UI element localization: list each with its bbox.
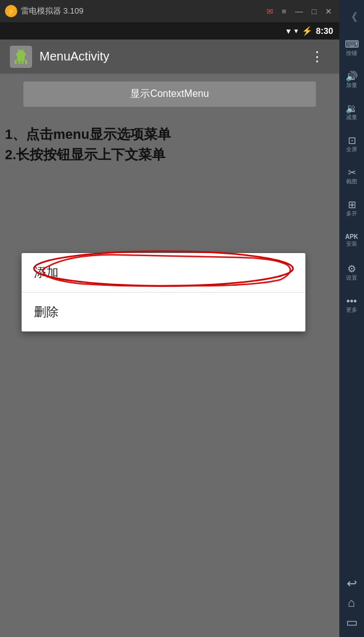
- more-label: 更多: [346, 307, 357, 313]
- instructions: 1、点击menu显示选项菜单 2.长按按钮显示上下文菜单: [0, 114, 339, 175]
- sidebar-keyboard[interactable]: ⌨ 按键: [341, 32, 363, 63]
- sidebar-volume-down[interactable]: 🔉 减量: [341, 96, 363, 127]
- instruction-1: 1、点击menu显示选项菜单: [5, 124, 334, 144]
- apk-label: 安装: [346, 241, 357, 247]
- volume-down-icon: 🔉: [345, 104, 358, 114]
- screenshot-icon: ✂: [348, 168, 356, 178]
- minimize-icon[interactable]: —: [292, 6, 305, 17]
- status-bar: ▾ ▾ ⚡ 8:30: [0, 22, 339, 40]
- fullscreen-icon: ⊡: [348, 136, 356, 146]
- overflow-menu-icon[interactable]: ⋮: [305, 46, 329, 67]
- settings-label: 设置: [346, 275, 357, 281]
- app-name: 雷电模拟器 3.109: [21, 6, 264, 17]
- sidebar-apk-install[interactable]: APK 安装: [341, 225, 363, 256]
- show-context-menu-button[interactable]: 显示ContextMenu: [23, 81, 315, 107]
- volume-up-icon: 🔊: [345, 72, 358, 81]
- signal-icon: ▾: [294, 27, 298, 35]
- screenshot-label: 截图: [346, 179, 357, 185]
- app-bar: MenuActivity ⋮: [0, 40, 339, 74]
- apk-icon: APK: [345, 234, 358, 240]
- sidebar-settings[interactable]: ⚙ 设置: [341, 257, 363, 288]
- sidebar-multiwindow[interactable]: ⊞ 多开: [341, 193, 363, 223]
- app-logo: ⚡: [5, 5, 17, 17]
- context-menu-item-add[interactable]: 添加: [22, 253, 305, 293]
- volume-up-label: 加量: [346, 83, 357, 88]
- email-icon[interactable]: ✉: [264, 6, 276, 17]
- multiwindow-label: 多开: [346, 211, 357, 217]
- instruction-2: 2.长按按钮显示上下文菜单: [5, 144, 334, 165]
- battery-icon: ⚡: [302, 26, 312, 36]
- title-bar-icons: ✉ ≡ — □ ✕: [264, 6, 334, 17]
- restore-icon[interactable]: □: [309, 6, 319, 17]
- keyboard-icon: ⌨: [345, 40, 359, 49]
- content-area: 显示ContextMenu 1、点击menu显示选项菜单 2.长按按钮显示上下文…: [0, 74, 339, 637]
- recents-icon[interactable]: ▭: [346, 615, 358, 630]
- sidebar-expand-icon[interactable]: 《: [346, 5, 357, 30]
- menu-icon[interactable]: ≡: [279, 6, 289, 17]
- keyboard-label: 按键: [346, 51, 357, 56]
- multiwindow-icon: ⊞: [348, 200, 356, 210]
- volume-down-label: 减量: [346, 115, 357, 120]
- settings-icon: ⚙: [347, 264, 356, 274]
- sidebar-screenshot[interactable]: ✂ 截图: [341, 160, 363, 191]
- wifi-icon: ▾: [286, 26, 291, 36]
- sidebar-more[interactable]: ••• 更多: [341, 289, 363, 320]
- close-icon[interactable]: ✕: [323, 6, 334, 17]
- status-time: 8:30: [316, 26, 333, 36]
- context-menu-item-delete[interactable]: 删除: [22, 293, 305, 331]
- status-bar-right: ▾ ▾ ⚡ 8:30: [286, 26, 333, 36]
- right-sidebar: 《 ⌨ 按键 🔊 加量 🔉 减量 ⊡ 全屏 ✂ 截图 ⊞ 多开 APK 安装 ⚙…: [339, 0, 364, 637]
- context-menu-popup: 添加 删除: [22, 253, 305, 331]
- back-icon[interactable]: ↩: [347, 576, 357, 591]
- android-icon: [10, 46, 32, 68]
- button-row: 显示ContextMenu: [0, 74, 339, 114]
- sidebar-volume-up[interactable]: 🔊 加量: [341, 64, 363, 95]
- app-title: MenuActivity: [39, 49, 305, 64]
- title-bar: ⚡ 雷电模拟器 3.109 ✉ ≡ — □ ✕: [0, 0, 339, 22]
- fullscreen-label: 全屏: [346, 147, 357, 152]
- sidebar-fullscreen[interactable]: ⊡ 全屏: [341, 128, 363, 159]
- sidebar-bottom-icons: ↩ ⌂ ▭: [346, 576, 358, 637]
- home-icon[interactable]: ⌂: [348, 596, 355, 610]
- more-icon: •••: [347, 296, 357, 306]
